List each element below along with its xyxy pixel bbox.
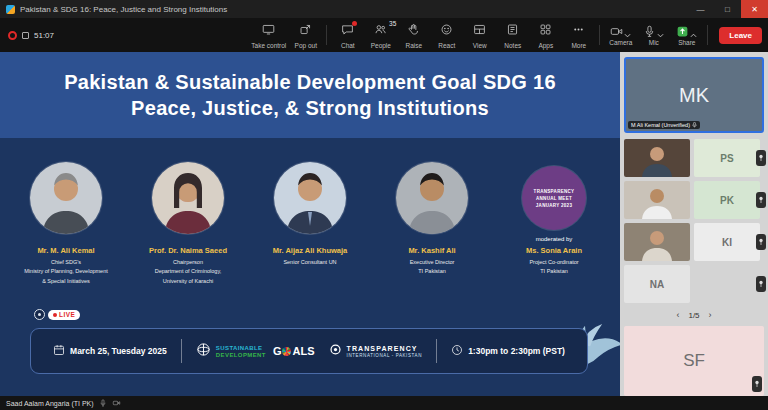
participant-video-tile[interactable] [624,181,690,219]
speaker-role: Chairperson Department of Criminology, U… [155,258,222,286]
participant-initials: MK [679,84,709,107]
participant-row: KI [624,223,764,261]
speaker-photo [152,162,224,234]
speaker-role: Executive Director TI Pakistan [410,258,455,277]
self-participant-label: Saad Aalam Angaria (TI PK) [6,400,94,407]
speaker-name: Mr. Aijaz Ali Khuwaja [273,246,347,255]
people-button[interactable]: 35 People [364,18,397,52]
participant-row: PS [624,139,764,177]
stop-recording-icon[interactable] [22,32,29,39]
window-titlebar: Pakistan & SDG 16: Peace, Justice and St… [0,0,768,18]
live-label: LIVE [59,311,75,318]
mic-muted-icon [692,122,697,128]
participant-initials-tile[interactable]: KI [694,223,760,261]
raise-hand-icon [407,22,420,40]
shared-screen-slide: Pakistan & Sustainable Development Goal … [0,52,620,396]
calendar-icon [53,342,65,360]
clock-icon [451,342,463,360]
chat-notification-dot [352,21,357,26]
pin-video-button[interactable] [752,376,762,392]
close-button[interactable]: ✕ [741,0,768,18]
participant-video-tile[interactable] [624,139,690,177]
toolbar-separator [599,25,600,45]
ti-logo: TRANSPARENCY INTERNATIONAL - PAKISTAN [329,342,423,360]
slide-title-band: Pakistan & Sustainable Development Goal … [0,52,620,138]
share-screen-button[interactable]: Share [670,18,703,52]
react-button[interactable]: React [430,18,463,52]
view-layout-icon [473,22,486,40]
un-emblem-icon [196,342,211,361]
record-indicator-icon[interactable] [8,31,17,40]
window-controls: — □ ✕ [687,0,768,18]
speaker-name: Mr. Kashif Ali [408,246,455,255]
moderator-card: TRANSPARENCY ANNUAL MEET JANUARY 2023 mo… [496,162,612,277]
pop-out-icon [299,22,312,40]
zoom-window: Pakistan & SDG 16: Peace, Justice and St… [0,0,768,410]
gallery-pagination: ‹ 1/5 › [624,310,764,320]
take-control-button[interactable]: Take control [248,18,289,52]
sdg-logo: SUSTAINABLE DEVELOPMENT G ALS [196,342,315,361]
pin-video-button[interactable] [756,192,766,208]
participant-video-tile[interactable] [624,223,690,261]
window-title: Pakistan & SDG 16: Peace, Justice and St… [20,5,682,14]
participant-initials-tile[interactable]: PK [694,181,760,219]
people-icon [374,22,387,40]
notes-button[interactable]: Notes [496,18,529,52]
chat-button[interactable]: Chat [331,18,364,52]
more-ellipsis-icon [572,22,585,40]
minimize-button[interactable]: — [687,0,714,18]
apps-grid-icon [539,22,552,40]
maximize-button[interactable]: □ [714,0,741,18]
pin-video-button[interactable] [756,276,766,292]
recording-controls: 51:07 [6,31,54,40]
raise-hand-button[interactable]: Raise [397,18,430,52]
participant-initials-tile[interactable]: PS [694,139,760,177]
live-record-icon [34,309,45,320]
page-indicator: 1/5 [688,311,699,320]
pin-video-button[interactable] [756,150,766,166]
moderator-photo: TRANSPARENCY ANNUAL MEET JANUARY 2023 [522,166,586,230]
meeting-toolbar: 51:07 Take control Pop out Chat 35 Peopl… [0,18,768,52]
speaker-role: Senior Consultant UN [283,258,336,267]
toolbar-separator [326,25,327,45]
participant-initials-tile[interactable]: NA [624,265,690,303]
camera-button[interactable]: Camera [604,18,637,52]
participant-row: PK [624,181,764,219]
event-time: 1:30pm to 2:30pm (PST) [451,342,565,360]
chevron-left-icon[interactable]: ‹ [676,310,679,320]
participants-sidebar: MK M Ali Kemal (Unverified) PS PK [620,52,768,396]
live-indicator: LIVE [34,309,80,320]
ti-circle-icon [329,342,342,360]
take-control-icon [262,22,275,40]
speaker-name: Ms. Sonia Arain [526,246,582,255]
participant-name-chip: M Ali Kemal (Unverified) [628,121,700,129]
live-dot-icon [53,313,57,317]
more-button[interactable]: More [562,18,595,52]
speaker-name: Mr. M. Ali Kemal [37,246,94,255]
react-smiley-icon [440,22,453,40]
sdg-wheel-icon [282,347,291,356]
pop-out-button[interactable]: Pop out [289,18,322,52]
event-date: March 25, Tuesday 2025 [53,342,167,360]
mic-status-icon [99,399,107,407]
leave-button[interactable]: Leave [719,27,762,44]
speaker-card: Prof. Dr. Naima Saeed Chairperson Depart… [130,162,246,286]
view-button[interactable]: View [463,18,496,52]
sdg-goals-wordmark: G ALS [273,345,315,357]
app-icon [6,5,15,14]
main-area: Pakistan & Sustainable Development Goal … [0,52,768,396]
speaker-photo [30,162,102,234]
pin-video-button[interactable] [756,234,766,250]
speaker-photo [274,162,346,234]
chevron-right-icon[interactable]: › [709,310,712,320]
participant-initials-tile[interactable]: SF [624,326,764,396]
recording-timer: 51:07 [34,31,54,40]
footer-separator [181,339,182,363]
participant-row: NA [624,265,764,303]
bottom-status-bar: Saad Aalam Angaria (TI PK) [0,396,768,410]
apps-button[interactable]: Apps [529,18,562,52]
speaker-role: Chief SDG's Ministry of Planning, Develo… [24,258,107,286]
mic-button[interactable]: Mic [637,18,670,52]
active-speaker-tile[interactable]: MK M Ali Kemal (Unverified) [624,57,764,133]
speaker-photo [396,162,468,234]
